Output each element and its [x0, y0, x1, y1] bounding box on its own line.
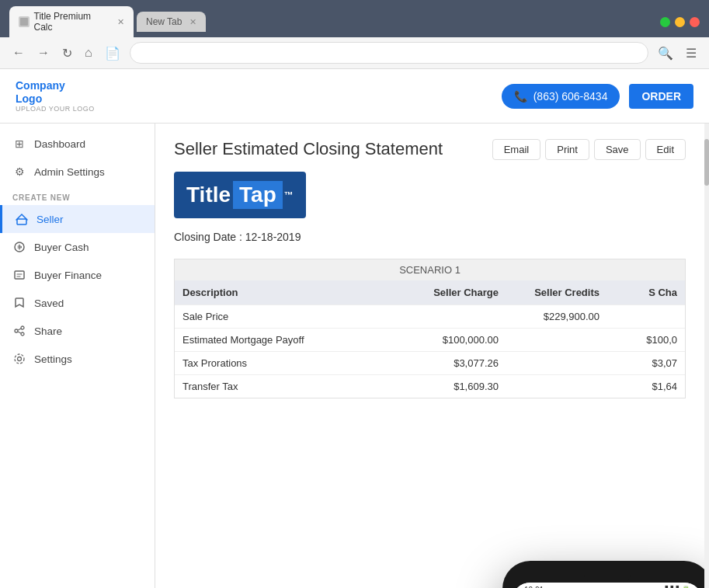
scenario-table: SCENARIO 1 Description Seller Charge Sel…: [174, 259, 686, 398]
row2-credits: [506, 329, 607, 351]
svg-point-5: [15, 329, 18, 332]
col-seller-credits: Seller Credits: [506, 280, 607, 304]
app-wrapper: Company Logo UPLOAD YOUR LOGO 📞 (863) 60…: [0, 69, 709, 588]
row3-charge: $3,077.26: [398, 352, 506, 374]
svg-point-6: [21, 332, 24, 336]
traffic-light-green[interactable]: [660, 17, 670, 27]
table-row: Transfer Tax $1,609.30 $1,64: [175, 374, 685, 398]
email-button[interactable]: Email: [492, 139, 541, 160]
sidebar-item-saved[interactable]: Saved: [0, 289, 155, 317]
browser-traffic-lights: [660, 17, 700, 27]
row4-credits: [506, 375, 607, 398]
row1-charge: [398, 305, 506, 328]
back-button[interactable]: ←: [9, 44, 28, 61]
address-bar[interactable]: [130, 42, 648, 64]
svg-point-7: [18, 357, 22, 361]
content-area: ⊞ Dashboard ⚙ Admin Settings CREATE NEW …: [0, 124, 709, 588]
admin-settings-icon: ⚙: [12, 165, 26, 179]
search-icon[interactable]: 🔍: [655, 44, 676, 62]
buyer-finance-icon: [12, 268, 26, 282]
sidebar-label-seller: Seller: [36, 214, 64, 225]
share-icon: [12, 324, 26, 338]
main-content: Seller Estimated Closing Statement Email…: [155, 124, 704, 588]
row1-desc: Sale Price: [175, 305, 398, 328]
sidebar-label-settings: Settings: [34, 353, 72, 365]
titletap-logo: TitleTap™: [174, 172, 686, 218]
dashboard-icon: ⊞: [12, 137, 26, 151]
sidebar-label-dashboard: Dashboard: [34, 138, 85, 150]
row3-desc: Tax Prorations: [175, 352, 398, 374]
scrollbar[interactable]: [704, 124, 709, 588]
sidebar-section-create-new: CREATE NEW: [0, 186, 155, 205]
forward-button[interactable]: →: [34, 44, 53, 61]
svg-rect-1: [17, 219, 26, 224]
tab-icon: [19, 16, 30, 27]
logo-image: TitleTap™: [174, 172, 306, 218]
browser-chrome: Title Premium Calc ✕ New Tab ✕ ← → ↻ ⌂ 📄…: [0, 0, 709, 69]
phone-number: (863) 606-8434: [533, 90, 608, 103]
row4-charge: $1,609.30: [398, 375, 506, 398]
scroll-thumb[interactable]: [704, 139, 709, 186]
sidebar-item-buyer-finance[interactable]: Buyer Finance: [0, 261, 155, 289]
sidebar-label-buyer-cash: Buyer Cash: [34, 242, 89, 253]
edit-button[interactable]: Edit: [645, 139, 686, 160]
tab-label-2: New Tab: [146, 16, 182, 27]
phone-mockup: 10:01 titleagentmarketing.com ▐▐▐ 🔋 ☰ Co…: [502, 561, 704, 588]
home-button[interactable]: ⌂: [82, 44, 96, 61]
phone-outer: 10:01 titleagentmarketing.com ▐▐▐ 🔋 ☰ Co…: [502, 561, 704, 588]
row4-scha: $1,64: [607, 375, 685, 398]
action-buttons: Email Print Save Edit: [492, 139, 686, 160]
menu-icon[interactable]: ☰: [683, 44, 700, 62]
save-button[interactable]: Save: [594, 139, 641, 160]
buyer-cash-icon: [12, 240, 26, 254]
phone-button[interactable]: 📞 (863) 606-8434: [502, 84, 620, 109]
sidebar-label-saved: Saved: [34, 297, 64, 309]
closing-date-value: 12-18-2019: [245, 231, 301, 243]
traffic-light-yellow[interactable]: [675, 17, 685, 27]
row1-scha: [607, 305, 685, 328]
table-header: Description Seller Charge Seller Credits…: [175, 280, 685, 304]
col-description: Description: [175, 280, 398, 304]
settings-icon: [12, 352, 26, 366]
svg-point-4: [21, 326, 24, 329]
phone-icon: 📞: [514, 90, 527, 103]
row2-desc: Estimated Mortgage Payoff: [175, 329, 398, 351]
scenario-header: SCENARIO 1: [175, 259, 685, 280]
row1-credits: $229,900.00: [506, 305, 607, 328]
traffic-light-red[interactable]: [690, 17, 700, 27]
sidebar-item-seller[interactable]: Seller: [0, 205, 155, 233]
print-button[interactable]: Print: [545, 139, 589, 160]
row4-desc: Transfer Tax: [175, 375, 398, 398]
row2-scha: $100,0: [607, 329, 685, 351]
sidebar-item-settings[interactable]: Settings: [0, 345, 155, 373]
col-s-cha: S Cha: [607, 280, 685, 304]
tab-close-2[interactable]: ✕: [189, 17, 196, 27]
browser-tab-active[interactable]: Title Premium Calc ✕: [9, 6, 134, 37]
page-icon: 📄: [102, 44, 123, 62]
closing-date: Closing Date : 12-18-2019: [174, 231, 686, 243]
tab-close-1[interactable]: ✕: [117, 17, 124, 27]
browser-toolbar: ← → ↻ ⌂ 📄 🔍 ☰: [0, 37, 709, 69]
sidebar-label-buyer-finance: Buyer Finance: [34, 270, 102, 281]
reload-button[interactable]: ↻: [59, 44, 75, 62]
closing-date-label: Closing Date: [174, 231, 236, 243]
table-row: Estimated Mortgage Payoff $100,000.00 $1…: [175, 328, 685, 351]
svg-rect-3: [15, 271, 24, 279]
company-logo-sub: UPLOAD YOUR LOGO: [16, 105, 95, 113]
company-logo: Company Logo UPLOAD YOUR LOGO: [16, 79, 95, 113]
sidebar-label-share: Share: [34, 325, 62, 337]
row3-scha: $3,07: [607, 352, 685, 374]
svg-rect-0: [20, 18, 28, 26]
sidebar-item-share[interactable]: Share: [0, 317, 155, 345]
sidebar: ⊞ Dashboard ⚙ Admin Settings CREATE NEW …: [0, 124, 155, 588]
seller-icon: [15, 212, 29, 226]
browser-tab-inactive[interactable]: New Tab ✕: [137, 12, 206, 32]
sidebar-item-dashboard[interactable]: ⊞ Dashboard: [0, 130, 155, 158]
app-header: Company Logo UPLOAD YOUR LOGO 📞 (863) 60…: [0, 69, 709, 124]
tab-label-1: Title Premium Calc: [34, 11, 109, 33]
svg-point-8: [15, 354, 24, 364]
sidebar-item-admin-settings[interactable]: ⚙ Admin Settings: [0, 158, 155, 186]
browser-titlebar: Title Premium Calc ✕ New Tab ✕: [0, 0, 709, 37]
sidebar-item-buyer-cash[interactable]: Buyer Cash: [0, 233, 155, 261]
order-button[interactable]: ORDER: [629, 84, 693, 109]
